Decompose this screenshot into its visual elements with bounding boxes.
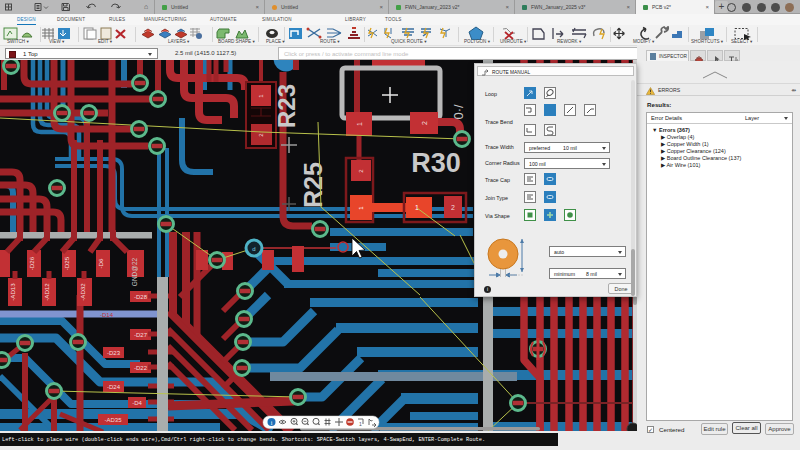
svg-text:-D27: -D27 [134,332,148,338]
svg-text:2: 2 [421,121,428,125]
svg-text:-AD35: -AD35 [104,417,122,423]
svg-text:-AD13: -AD13 [9,283,16,301]
svg-text:-D14: -D14 [100,312,114,318]
svg-text:d: d [252,246,255,252]
svg-text:-D4: -D4 [132,400,142,406]
svg-text:R30: R30 [411,148,461,178]
svg-text:0·/: 0·/ [451,104,466,120]
svg-text:-AD32: -AD32 [79,283,86,301]
svg-text:-D28: -D28 [134,294,148,300]
svg-text:-D6: -D6 [97,258,104,269]
svg-text:-AD12: -AD12 [43,283,50,301]
svg-text:-D25: -D25 [63,256,70,270]
svg-text:R25: R25 [299,162,327,208]
svg-text:-D22: -D22 [134,365,148,371]
svg-text:GND@22: GND@22 [131,257,138,286]
svg-text:-D26: -D26 [28,256,35,270]
svg-text:-D23: -D23 [107,350,121,356]
svg-text:1: 1 [415,204,419,211]
svg-text:1: 1 [359,421,362,427]
svg-text:R23: R23 [273,84,300,128]
svg-text:2: 2 [451,204,455,211]
svg-text:1: 1 [356,122,363,126]
svg-text:-D24: -D24 [107,384,121,390]
